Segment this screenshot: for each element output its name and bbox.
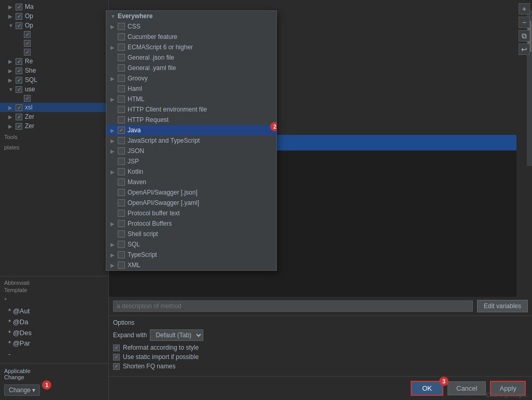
dd-item-shell[interactable]: Shell script [106,229,276,239]
tree-item-zer1[interactable]: ▶ Zer [0,112,108,121]
dd-check-sql[interactable] [118,241,125,248]
dd-check-openapi-json[interactable] [118,189,125,196]
dd-item-html[interactable]: ▶ HTML [106,94,276,104]
dd-item-haml[interactable]: Haml [106,84,276,94]
dd-item-openapi-yaml[interactable]: OpenAPI/Swagger [.yaml] [106,198,276,208]
dd-check-kotlin[interactable] [118,168,125,175]
checkbox-use[interactable] [16,86,22,93]
checkbox-zer1[interactable] [16,114,22,120]
tree-item-re[interactable]: ▶ Re [0,57,108,66]
tree-item-zer2[interactable]: ▶ Zer [0,121,108,131]
copy-icon[interactable]: ⧉ [519,30,530,42]
expand-select[interactable]: Default (Tab) [150,329,203,341]
tree-item-sub1[interactable] [0,30,108,39]
checkbox-sql[interactable] [16,77,22,84]
dd-check-cucumber[interactable] [118,33,125,40]
dd-check-yaml[interactable] [118,64,125,72]
dd-check-typescript[interactable] [118,251,125,258]
dd-check-shell[interactable] [118,230,125,238]
tree-item-sub2[interactable] [0,39,108,48]
checkbox-xsl[interactable] [16,104,22,111]
dd-check-openapi-yaml[interactable] [118,199,125,206]
dd-item-typescript[interactable]: ▶ TypeScript [106,250,276,260]
dd-item-jsp[interactable]: JSP [106,156,276,167]
dd-label-proto-buffers: Protocol Buffers [128,220,172,227]
reformat-label: Reformat according to style [123,344,199,351]
dd-check-proto-buffers[interactable] [118,220,125,227]
dd-item-js[interactable]: ▶ JavaScript and TypeScript [106,135,276,146]
edit-variables-button[interactable]: Edit variables [477,300,528,312]
dd-check-haml[interactable] [118,85,125,92]
change-button[interactable]: Change ▾ [4,384,40,396]
dd-check-http-request[interactable] [118,116,125,123]
checkbox-sub1[interactable] [24,31,31,38]
options-title: Options [113,319,528,326]
tree-item-ma[interactable]: ▶ Ma [0,2,108,11]
remove-icon[interactable]: − [519,17,530,28]
ok-button[interactable]: OK [411,381,443,396]
tree-item-op2[interactable]: ▼ Op [0,21,108,30]
dd-item-http-request[interactable]: HTTP Request [106,115,276,125]
tree-item-use-sub[interactable] [0,94,108,103]
dd-item-cucumber[interactable]: Cucumber feature [106,32,276,42]
tree-item-sql[interactable]: ▶ SQL [0,75,108,85]
add-icon[interactable]: + [519,3,530,15]
dd-check-json2[interactable] [118,147,125,155]
dd-item-json[interactable]: General .json file [106,52,276,63]
dd-arrow-typescript: ▶ [110,252,118,258]
static-import-checkbox[interactable] [113,354,120,361]
dd-label-groovy: Groovy [128,75,148,82]
dd-item-groovy[interactable]: ▶ Groovy [106,73,276,84]
checkbox-re[interactable] [16,58,22,65]
dd-check-html[interactable] [118,95,125,103]
checkbox-zer2[interactable] [16,123,22,130]
dd-item-yaml[interactable]: General .yaml file [106,63,276,73]
dd-item-proto-text[interactable]: Protocol buffer text [106,208,276,218]
dd-item-java[interactable]: ▶ Java 2 [106,125,276,135]
reformat-checkbox[interactable] [113,344,120,351]
tree-item-op1[interactable]: ▶ Op [0,11,108,21]
dd-item-everywhere[interactable]: ▼ Everywhere [106,11,276,21]
undo-icon[interactable]: ↩ [519,44,530,55]
shorten-fq-label: Shorten FQ names [123,363,175,370]
cancel-button[interactable]: Cancel [447,381,486,395]
dd-item-proto-buffers[interactable]: ▶ Protocol Buffers [106,218,276,229]
tree-item-sub3[interactable] [0,48,108,57]
dd-check-jsp[interactable] [118,158,125,165]
checkbox-op2[interactable] [16,22,22,29]
dd-check-js[interactable] [118,137,125,144]
dd-item-xml[interactable]: ▶ XML [106,260,276,270]
checkbox-sub3[interactable] [24,49,31,56]
dd-item-openapi-json[interactable]: OpenAPI/Swagger [.json] [106,187,276,198]
dd-check-json[interactable] [118,54,125,61]
dd-check-xml[interactable] [118,261,125,269]
tree-item-xsl[interactable]: ▶ xsl [0,103,108,112]
dd-check-proto-text[interactable] [118,210,125,217]
tree-item-she[interactable]: ▶ She [0,66,108,75]
code-line-5: * @Par [4,338,104,349]
checkbox-ma[interactable] [16,4,22,10]
dd-item-css[interactable]: ▶ CSS [106,21,276,32]
dd-item-ecma[interactable]: ▶ ECMAScript 6 or higher [106,42,276,52]
dd-check-maven[interactable] [118,178,125,186]
dd-check-java[interactable] [118,127,125,134]
arrow-icon: ▶ [8,77,15,83]
dd-item-sql[interactable]: ▶ SQL [106,239,276,250]
dd-check-ecma[interactable] [118,44,125,51]
dd-item-maven[interactable]: Maven [106,177,276,187]
dd-check-groovy[interactable] [118,75,125,82]
dd-item-json2[interactable]: ▶ JSON [106,146,276,156]
dd-item-kotlin[interactable]: ▶ Kotlin [106,167,276,177]
dd-check-css[interactable] [118,23,125,30]
dropdown-menu: ▼ Everywhere ▶ CSS Cucumber feature ▶ EC… [106,10,277,271]
description-input[interactable] [113,300,473,312]
plates-label: plates [0,141,108,151]
shorten-fq-checkbox[interactable] [113,363,120,370]
checkbox-she[interactable] [16,67,22,74]
dd-check-http-client[interactable] [118,106,125,113]
checkbox-op1[interactable] [16,13,22,20]
checkbox-use-sub[interactable] [24,95,31,102]
tree-item-use[interactable]: ▼ use [0,85,108,94]
dd-item-http-client[interactable]: HTTP Client environment file [106,104,276,115]
checkbox-sub2[interactable] [24,40,31,47]
